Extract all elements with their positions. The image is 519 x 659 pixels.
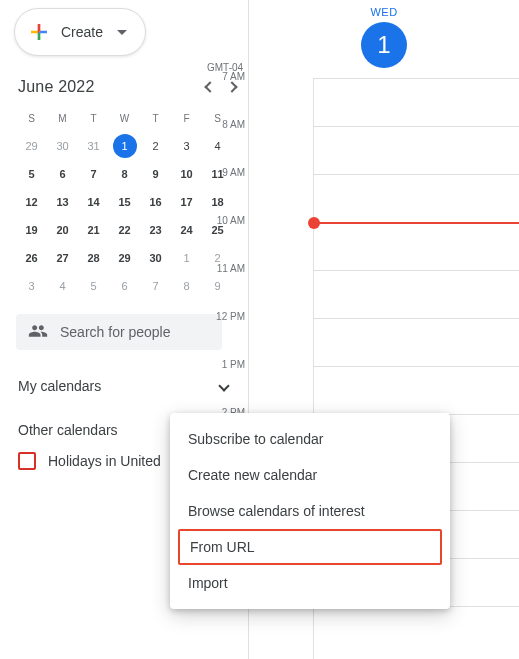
mini-cal-day[interactable]: 9	[140, 160, 171, 188]
mini-cal-day[interactable]: 27	[47, 244, 78, 272]
dow-label: F	[171, 104, 202, 132]
other-calendars-menu: Subscribe to calendarCreate new calendar…	[170, 413, 450, 609]
dow-label: S	[16, 104, 47, 132]
menu-item-import[interactable]: Import	[170, 565, 450, 601]
hour-label: 1 PM	[205, 359, 245, 370]
hour-gridline	[313, 270, 519, 271]
mini-cal-day[interactable]: 31	[78, 132, 109, 160]
mini-cal-day[interactable]: 5	[78, 272, 109, 300]
next-month-icon[interactable]	[226, 81, 237, 92]
mini-cal-day[interactable]: 8	[171, 272, 202, 300]
mini-cal-day[interactable]: 18	[202, 188, 233, 216]
create-label: Create	[61, 24, 103, 40]
now-indicator-line	[313, 222, 519, 224]
hour-label: 8 AM	[205, 119, 245, 130]
search-input[interactable]	[60, 324, 210, 340]
chevron-down-icon	[218, 380, 229, 391]
mini-cal-day[interactable]: 5	[16, 160, 47, 188]
now-indicator-dot	[308, 217, 320, 229]
mini-cal-day[interactable]: 14	[78, 188, 109, 216]
dow-label: W	[109, 104, 140, 132]
hour-gridline	[313, 318, 519, 319]
hour-label: 10 AM	[205, 215, 245, 226]
mini-cal-day[interactable]: 23	[140, 216, 171, 244]
mini-cal-day[interactable]: 13	[47, 188, 78, 216]
mini-cal-day[interactable]: 6	[109, 272, 140, 300]
mini-cal-day[interactable]: 4	[202, 132, 233, 160]
plus-icon	[27, 20, 51, 44]
mini-cal-day[interactable]: 3	[16, 272, 47, 300]
mini-cal-title: June 2022	[18, 78, 95, 96]
mini-cal-day[interactable]: 16	[140, 188, 171, 216]
day-number[interactable]: 1	[361, 22, 407, 68]
mini-cal-day[interactable]: 12	[16, 188, 47, 216]
hour-label: 7 AM	[205, 71, 245, 82]
mini-cal-day[interactable]: 10	[171, 160, 202, 188]
mini-cal-day[interactable]: 2	[140, 132, 171, 160]
create-button[interactable]: Create	[14, 8, 146, 56]
hour-gridline	[313, 78, 519, 79]
menu-item-subscribe-to-calendar[interactable]: Subscribe to calendar	[170, 421, 450, 457]
mini-cal-day[interactable]: 17	[171, 188, 202, 216]
hour-label: 11 AM	[205, 263, 245, 274]
day-name: WED	[249, 6, 519, 18]
menu-item-from-url[interactable]: From URL	[178, 529, 442, 565]
checkbox-icon[interactable]	[18, 452, 36, 470]
hour-label: 9 AM	[205, 167, 245, 178]
my-calendars-toggle[interactable]: My calendars	[18, 378, 230, 394]
menu-item-browse-calendars-of-interest[interactable]: Browse calendars of interest	[170, 493, 450, 529]
mini-cal-day[interactable]: 26	[16, 244, 47, 272]
mini-cal-day[interactable]: 29	[109, 244, 140, 272]
mini-cal-day[interactable]: 15	[109, 188, 140, 216]
hour-gridline	[313, 174, 519, 175]
dow-label: T	[78, 104, 109, 132]
mini-cal-day[interactable]: 21	[78, 216, 109, 244]
dow-label: M	[47, 104, 78, 132]
mini-cal-day[interactable]: 9	[202, 272, 233, 300]
mini-cal-day[interactable]: 30	[47, 132, 78, 160]
mini-cal-day[interactable]: 6	[47, 160, 78, 188]
mini-cal-day[interactable]: 19	[16, 216, 47, 244]
mini-cal-day[interactable]: 1	[109, 132, 140, 160]
mini-cal-day[interactable]: 1	[171, 244, 202, 272]
my-calendars-label: My calendars	[18, 378, 101, 394]
mini-cal-day[interactable]: 22	[109, 216, 140, 244]
dow-label: T	[140, 104, 171, 132]
mini-cal-day[interactable]: 30	[140, 244, 171, 272]
search-people-box[interactable]	[16, 314, 222, 350]
mini-cal-day[interactable]: 20	[47, 216, 78, 244]
mini-cal-day[interactable]: 3	[171, 132, 202, 160]
calendar-item-label: Holidays in United	[48, 453, 161, 469]
mini-cal-day[interactable]: 28	[78, 244, 109, 272]
hour-gridline	[313, 366, 519, 367]
menu-item-create-new-calendar[interactable]: Create new calendar	[170, 457, 450, 493]
other-calendars-label: Other calendars	[18, 422, 118, 438]
mini-cal-day[interactable]: 29	[16, 132, 47, 160]
mini-cal-day[interactable]: 8	[109, 160, 140, 188]
mini-calendar: SMTWTFS 29303112345678910111213141516171…	[16, 104, 234, 300]
mini-cal-day[interactable]: 4	[47, 272, 78, 300]
mini-cal-day[interactable]: 7	[78, 160, 109, 188]
mini-cal-day[interactable]: 7	[140, 272, 171, 300]
hour-gridline	[313, 126, 519, 127]
prev-month-icon[interactable]	[204, 81, 215, 92]
people-icon	[28, 321, 48, 344]
chevron-down-icon	[117, 30, 127, 35]
hour-label: 12 PM	[205, 311, 245, 322]
mini-cal-day[interactable]: 24	[171, 216, 202, 244]
